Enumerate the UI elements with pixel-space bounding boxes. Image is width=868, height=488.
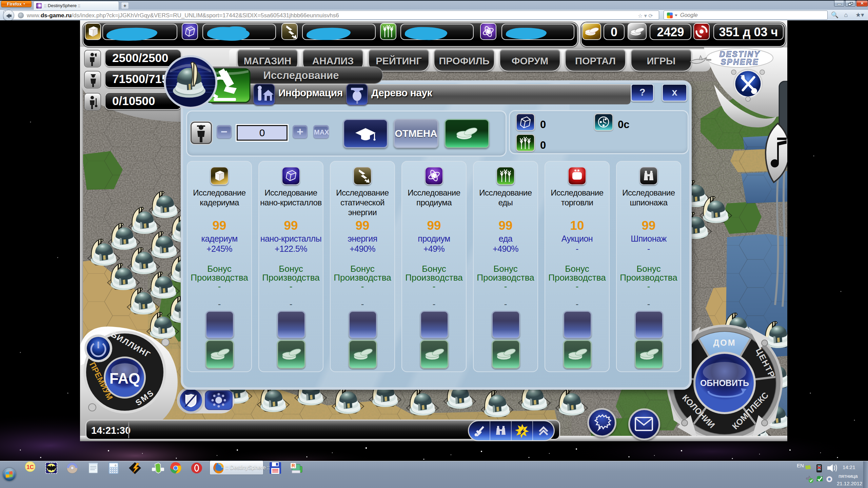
svg-text:0: 0 bbox=[115, 464, 117, 467]
svg-text:ОБНОВИТЬ: ОБНОВИТЬ bbox=[700, 378, 749, 388]
svg-text:1С: 1С bbox=[26, 464, 34, 470]
svg-text:R: R bbox=[292, 463, 295, 468]
svg-text:FAQ: FAQ bbox=[110, 370, 140, 387]
svg-text:SPHERE: SPHERE bbox=[721, 58, 759, 66]
svg-text:ДОМ: ДОМ bbox=[713, 338, 736, 347]
